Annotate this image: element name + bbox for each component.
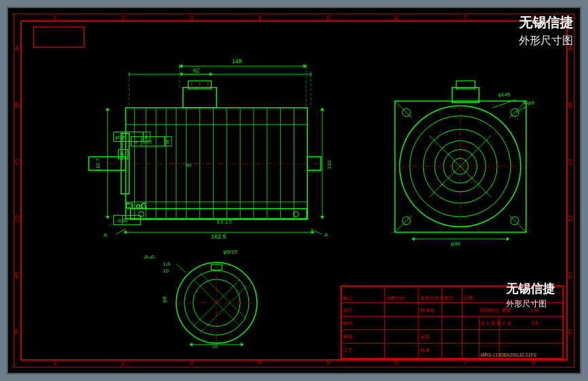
svg-marker-132 <box>190 342 193 346</box>
svg-text:标记: 标记 <box>342 296 353 300</box>
svg-marker-42 <box>303 64 306 68</box>
svg-marker-84 <box>320 216 324 219</box>
svg-text:设计: 设计 <box>343 308 353 313</box>
svg-point-28 <box>138 212 144 217</box>
svg-text:148: 148 <box>232 58 242 64</box>
svg-text:φ9/15: φ9/15 <box>223 249 237 255</box>
svg-marker-41 <box>180 64 182 68</box>
svg-text:1:5: 1:5 <box>532 321 538 325</box>
svg-text:4-φ9: 4-φ9 <box>523 100 534 106</box>
company-name: 无锡信捷 <box>519 14 573 32</box>
svg-text:阶段标记: 阶段标记 <box>480 308 499 313</box>
main-drawing-svg: 148 62 162.5 A A 110.7 <box>20 20 568 361</box>
svg-marker-46 <box>210 72 212 76</box>
svg-text:1.8: 1.8 <box>163 261 171 267</box>
svg-line-51 <box>116 229 126 235</box>
svg-text:A: A <box>324 232 328 238</box>
svg-text:无锡信捷: 无锡信捷 <box>505 282 555 296</box>
svg-text:标准化: 标准化 <box>420 308 435 313</box>
svg-text:A: A <box>104 232 108 238</box>
svg-text:φ145: φ145 <box>498 92 511 98</box>
svg-marker-48 <box>124 230 127 235</box>
svg-marker-83 <box>320 108 324 111</box>
svg-marker-112 <box>412 237 414 241</box>
svg-rect-22 <box>183 87 217 108</box>
svg-text:110: 110 <box>326 160 332 169</box>
svg-marker-57 <box>106 216 110 219</box>
svg-text:62: 62 <box>193 67 200 74</box>
svg-rect-105 <box>452 87 479 102</box>
drawing-title: 外形尺寸图 <box>519 34 573 48</box>
svg-text:○0.06: ○0.06 <box>116 218 128 223</box>
svg-marker-133 <box>241 342 243 346</box>
svg-text:A: A <box>121 151 125 157</box>
svg-text:共 1 张 第 1 张: 共 1 张 第 1 张 <box>480 321 511 326</box>
svg-text:A: A <box>144 135 148 140</box>
svg-text:工艺: 工艺 <box>343 348 353 353</box>
svg-text:40: 40 <box>185 162 191 168</box>
svg-text:φ8: φ8 <box>161 296 168 303</box>
svg-text:φ0.1: φ0.1 <box>115 135 125 140</box>
svg-text:φ30: φ30 <box>451 241 461 247</box>
grid-right: A B C D E F <box>568 20 573 361</box>
svg-marker-113 <box>507 237 509 241</box>
svg-marker-49 <box>311 230 314 235</box>
svg-text:外形尺寸图: 外形尺寸图 <box>506 299 547 308</box>
svg-text:110.7: 110.7 <box>95 158 101 172</box>
svg-text:10: 10 <box>163 268 169 274</box>
svg-text:处数分区: 处数分区 <box>387 296 406 300</box>
svg-text:签字: 签字 <box>444 296 454 300</box>
svg-text:18: 18 <box>212 343 218 349</box>
svg-text:校对: 校对 <box>342 321 353 325</box>
svg-rect-0 <box>34 27 84 47</box>
svg-text:日期: 日期 <box>464 296 473 300</box>
svg-text:8.5: 8.5 <box>216 220 223 224</box>
svg-text:CLoG: CLoG <box>125 201 146 211</box>
svg-text:审核: 审核 <box>343 334 353 340</box>
svg-marker-45 <box>180 72 182 76</box>
grid-left: A B C D E F <box>15 20 20 361</box>
svg-line-134 <box>176 264 186 273</box>
svg-text:162.5: 162.5 <box>211 233 226 240</box>
drawing-container: 1 2 3 4 5 6 7 8 1 2 3 4 5 6 7 8 A B C D … <box>7 7 581 374</box>
svg-text:批准: 批准 <box>420 348 430 353</box>
svg-text:会签: 会签 <box>420 334 430 339</box>
svg-text:A-A: A-A <box>144 254 155 260</box>
svg-text:0.05: 0.05 <box>142 140 152 144</box>
svg-text:更改文件号: 更改文件号 <box>420 296 444 301</box>
svg-text:1.5: 1.5 <box>225 220 232 224</box>
svg-text:B: B <box>166 140 170 144</box>
drawing-area: 148 62 162.5 A A 110.7 <box>20 20 568 361</box>
svg-text:IARS-1130EN20GJ2-21FS: IARS-1130EN20GJ2-21FS <box>480 353 536 357</box>
svg-marker-56 <box>106 108 110 111</box>
